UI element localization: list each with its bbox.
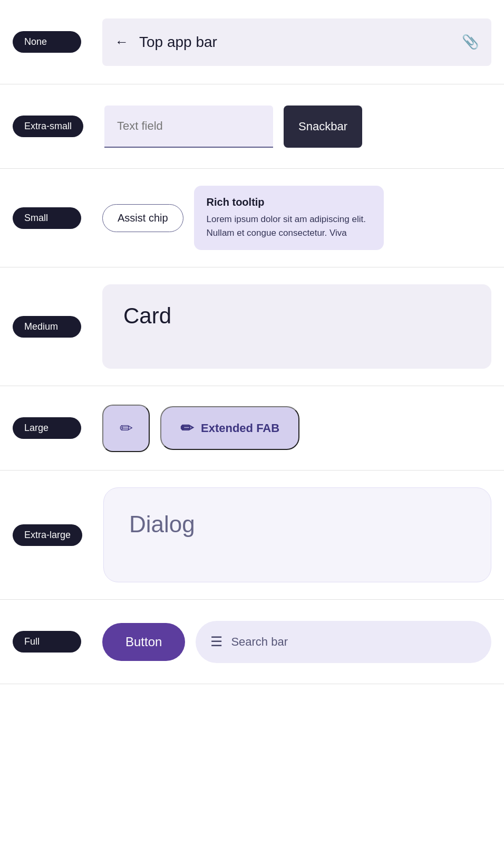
menu-icon: ☰	[210, 634, 222, 650]
top-app-bar-left: ← Top app bar	[115, 34, 217, 51]
section-extra-small: Extra-small Snackbar	[0, 84, 504, 169]
top-app-bar-title: Top app bar	[139, 34, 217, 51]
filled-button[interactable]: Button	[102, 623, 185, 661]
label-medium: Medium	[13, 316, 81, 338]
fab-icon: ✏	[120, 419, 133, 437]
section-extra-large: Extra-large Dialog	[0, 471, 504, 600]
assist-chip[interactable]: Assist chip	[102, 204, 183, 232]
full-content: Button ☰ Search bar	[102, 621, 491, 663]
rich-tooltip-body: Lorem ipsum dolor sit am adipiscing elit…	[207, 213, 371, 239]
extended-fab-label: Extended FAB	[201, 421, 279, 435]
dialog-title: Dialog	[129, 511, 195, 538]
label-full: Full	[13, 631, 81, 653]
dialog: Dialog	[103, 487, 491, 582]
small-content: Assist chip Rich tooltip Lorem ipsum dol…	[102, 186, 491, 250]
snackbar: Snackbar	[284, 106, 362, 148]
back-arrow-icon[interactable]: ←	[115, 34, 129, 50]
extended-fab-button[interactable]: ✏ Extended FAB	[160, 406, 299, 450]
extra-large-content: Dialog	[103, 487, 491, 582]
section-full: Full Button ☰ Search bar	[0, 600, 504, 684]
large-content: ✏ ✏ Extended FAB	[102, 405, 491, 452]
snackbar-label: Snackbar	[298, 120, 347, 133]
text-field-input[interactable]	[104, 106, 273, 148]
label-small: Small	[13, 207, 81, 229]
card-title: Card	[123, 303, 171, 329]
search-bar-placeholder: Search bar	[231, 635, 288, 649]
label-extra-large: Extra-large	[13, 524, 82, 546]
rich-tooltip: Rich tooltip Lorem ipsum dolor sit am ad…	[194, 186, 384, 250]
section-small: Small Assist chip Rich tooltip Lorem ips…	[0, 169, 504, 267]
section-none: None ← Top app bar 📎	[0, 0, 504, 84]
card: Card	[102, 284, 491, 369]
label-extra-small: Extra-small	[13, 116, 83, 137]
search-bar[interactable]: ☰ Search bar	[196, 621, 491, 663]
section-large: Large ✏ ✏ Extended FAB	[0, 386, 504, 471]
none-content: ← Top app bar 📎	[102, 18, 491, 66]
extended-fab-icon: ✏	[180, 419, 193, 437]
filled-button-label: Button	[125, 635, 162, 649]
extra-small-content: Snackbar	[104, 106, 491, 148]
fab-button[interactable]: ✏	[102, 405, 150, 452]
medium-content: Card	[102, 284, 491, 369]
rich-tooltip-title: Rich tooltip	[207, 196, 371, 208]
section-medium: Medium Card	[0, 267, 504, 386]
paperclip-icon[interactable]: 📎	[462, 34, 479, 50]
label-none: None	[13, 31, 81, 53]
top-app-bar: ← Top app bar 📎	[102, 18, 491, 66]
assist-chip-label: Assist chip	[118, 212, 168, 224]
label-large: Large	[13, 417, 81, 439]
